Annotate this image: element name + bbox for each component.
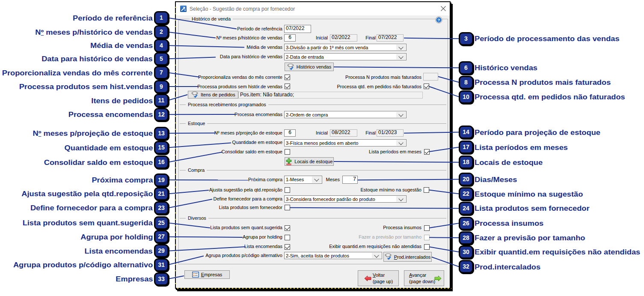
svg-text:?: ? (438, 18, 440, 22)
